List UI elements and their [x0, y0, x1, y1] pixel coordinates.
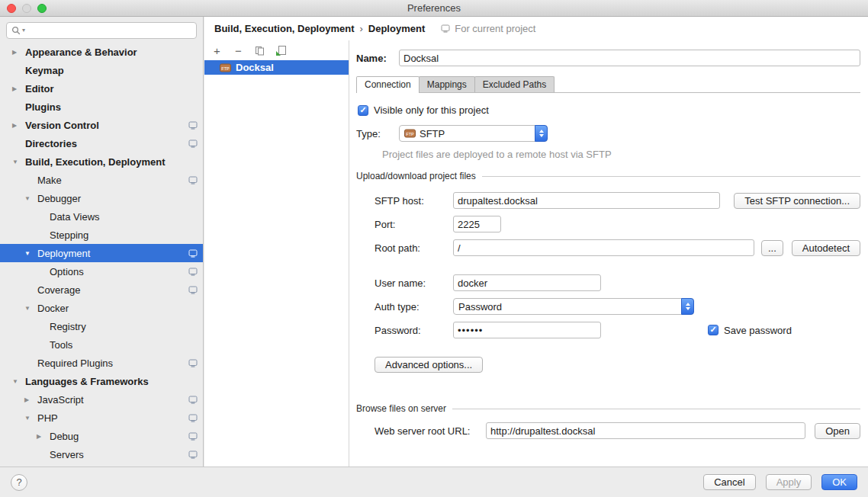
apply-button[interactable]: Apply — [766, 474, 812, 490]
minimize-window-icon — [22, 4, 31, 13]
sidebar-item-label: Debug — [50, 431, 79, 442]
type-row: Type: FTP SFTP — [356, 125, 860, 142]
sidebar-item-languages-frameworks[interactable]: ▼Languages & Frameworks — [0, 372, 203, 390]
name-input[interactable] — [399, 50, 860, 66]
open-button[interactable]: Open — [815, 423, 860, 439]
current-project-icon — [188, 451, 198, 459]
divider-line — [482, 176, 860, 177]
user-name-input[interactable] — [453, 274, 601, 291]
config-tabs: ConnectionMappingsExcluded Paths — [356, 76, 860, 93]
ok-button[interactable]: OK — [821, 474, 857, 490]
chevron-down-icon[interactable]: ▼ — [24, 250, 37, 257]
autodetect-button[interactable]: Autodetect — [792, 240, 860, 256]
name-label: Name: — [356, 53, 399, 64]
sidebar-item-editor[interactable]: ▶Editor — [0, 79, 203, 98]
servers-panel: +− FTPDocksal — [204, 40, 349, 467]
auth-type-row: Auth type: Password — [375, 298, 860, 315]
tab-mappings[interactable]: Mappings — [419, 76, 475, 92]
type-combobox-value: SFTP — [420, 128, 445, 139]
chevron-down-icon[interactable]: ▼ — [12, 159, 25, 165]
auth-type-combobox-value: Password — [458, 301, 502, 313]
cancel-button[interactable]: Cancel — [703, 474, 755, 490]
server-list-item-docksal[interactable]: FTPDocksal — [204, 60, 349, 75]
test-sftp-connection-button[interactable]: Test SFTP connection... — [734, 193, 860, 209]
sidebar-item-servers[interactable]: Servers — [0, 445, 203, 463]
chevron-right-icon[interactable]: ▶ — [12, 49, 25, 56]
sidebar-item-label: Required Plugins — [37, 358, 113, 369]
window-controls — [7, 4, 47, 13]
current-project-icon — [188, 414, 198, 422]
chevron-right-icon[interactable]: ▶ — [24, 396, 37, 403]
chevron-down-icon[interactable]: ▼ — [24, 195, 37, 202]
sidebar-item-label: Appearance & Behavior — [25, 46, 137, 58]
copy-icon — [255, 46, 265, 56]
servers-list: FTPDocksal — [204, 60, 349, 75]
settings-search-input[interactable] — [27, 24, 191, 37]
advanced-options-button[interactable]: Advanced options... — [375, 357, 483, 373]
sidebar-item-coverage[interactable]: Coverage — [0, 281, 203, 299]
type-combobox[interactable]: FTP SFTP — [399, 125, 548, 142]
visible-only-checkbox[interactable]: ✓ — [358, 105, 368, 116]
check-icon: ✓ — [359, 106, 366, 114]
sidebar-item-debugger[interactable]: ▼Debugger — [0, 189, 203, 207]
zoom-window-icon[interactable] — [37, 4, 47, 13]
sidebar-item-deployment[interactable]: ▼Deployment — [0, 244, 203, 262]
footer-bar: ? Cancel Apply OK — [0, 467, 868, 497]
sidebar-item-appearance-behavior[interactable]: ▶Appearance & Behavior — [0, 43, 203, 61]
chevron-down-icon[interactable]: ▼ — [24, 305, 37, 312]
tab-excluded-paths[interactable]: Excluded Paths — [474, 76, 555, 92]
sftp-host-input[interactable] — [453, 192, 720, 209]
chevron-right-icon[interactable]: ▶ — [37, 433, 50, 440]
sidebar-item-label: PHP — [37, 412, 58, 424]
port-input[interactable] — [453, 216, 501, 232]
current-project-icon — [188, 268, 198, 276]
sidebar-item-data-views[interactable]: Data Views — [0, 207, 203, 226]
sidebar-item-label: Servers — [50, 449, 84, 460]
sftp-host-label: SFTP host: — [375, 195, 453, 207]
close-window-icon[interactable] — [7, 4, 16, 13]
breadcrumb: Build, Execution, Deployment › Deploymen… — [204, 17, 868, 40]
sidebar-item-tools[interactable]: Tools — [0, 335, 203, 354]
sidebar-item-plugins[interactable]: Plugins — [0, 98, 203, 116]
sidebar-item-debug[interactable]: ▶Debug — [0, 427, 203, 445]
add-button[interactable]: + — [211, 44, 223, 56]
sidebar-item-options[interactable]: Options — [0, 262, 203, 281]
web-root-input[interactable] — [486, 422, 805, 439]
save-password-checkbox[interactable]: ✓ — [708, 325, 719, 335]
sidebar-item-keymap[interactable]: Keymap — [0, 61, 203, 79]
remove-button[interactable]: − — [233, 44, 244, 56]
chevron-right-icon[interactable]: ▶ — [12, 85, 25, 92]
sidebar-item-version-control[interactable]: ▶Version Control — [0, 116, 203, 134]
sidebar-item-php[interactable]: ▼PHP — [0, 409, 203, 427]
sidebar-item-label: Editor — [25, 83, 54, 95]
chevron-down-icon[interactable]: ▼ — [12, 378, 25, 385]
sidebar-item-directories[interactable]: Directories — [0, 134, 203, 152]
copy-button[interactable] — [254, 44, 265, 56]
auth-type-combobox[interactable]: Password — [453, 298, 694, 315]
root-path-input[interactable] — [453, 239, 754, 256]
copy-default-button[interactable] — [275, 44, 287, 56]
sidebar-item-registry[interactable]: Registry — [0, 317, 203, 335]
sidebar-item-required-plugins[interactable]: Required Plugins — [0, 354, 203, 372]
server-name: Docksal — [236, 62, 274, 73]
user-name-row: User name: — [375, 274, 860, 291]
sidebar-item-make[interactable]: Make — [0, 171, 203, 189]
chevron-down-icon[interactable]: ▼ — [24, 415, 37, 422]
chevron-right-icon[interactable]: ▶ — [12, 122, 25, 129]
tab-connection[interactable]: Connection — [356, 76, 420, 93]
save-password-label: Save password — [724, 325, 792, 336]
password-input[interactable] — [453, 322, 601, 338]
sidebar-item-build-execution-deployment[interactable]: ▼Build, Execution, Deployment — [0, 152, 203, 171]
sidebar-item-stepping[interactable]: Stepping — [0, 226, 203, 244]
search-box[interactable]: ▾ — [6, 22, 197, 39]
chevron-down-icon: ▾ — [22, 27, 25, 34]
sidebar-item-javascript[interactable]: ▶JavaScript — [0, 390, 203, 409]
help-button[interactable]: ? — [11, 474, 27, 491]
sidebar-item-docker[interactable]: ▼Docker — [0, 299, 203, 317]
search-icon — [11, 26, 21, 35]
sidebar-item-label: Directories — [25, 138, 77, 149]
sidebar-item-label: Docker — [37, 303, 69, 314]
root-path-label: Root path: — [375, 242, 453, 254]
browse-root-path-button[interactable]: ... — [761, 240, 783, 256]
sidebar-item-label: Coverage — [37, 284, 80, 296]
